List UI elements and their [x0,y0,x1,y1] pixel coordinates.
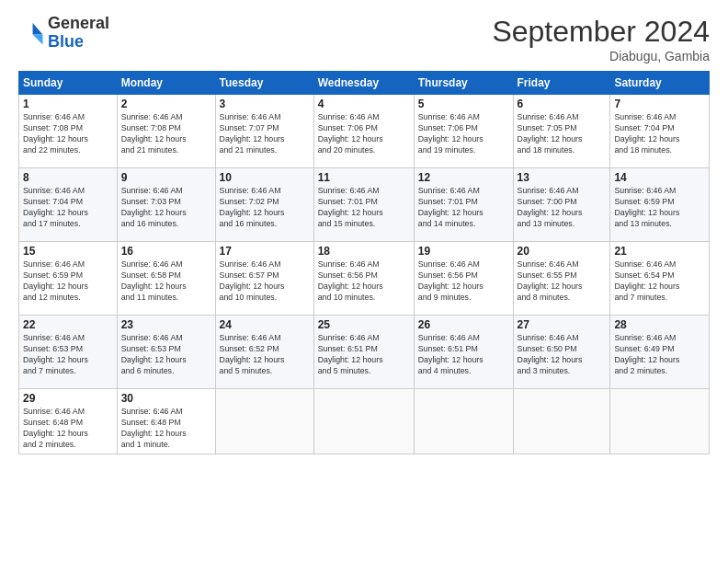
day-number: 14 [614,171,705,184]
col-tuesday: Tuesday [215,72,313,95]
day-number: 25 [318,318,410,331]
table-cell: 22Sunrise: 6:46 AMSunset: 6:53 PMDayligh… [19,316,118,389]
col-friday: Friday [513,72,610,95]
table-cell: 6Sunrise: 6:46 AMSunset: 7:05 PMDaylight… [513,95,610,168]
table-cell: 28Sunrise: 6:46 AMSunset: 6:49 PMDayligh… [610,316,710,389]
page: General Blue September 2024 Diabugu, Gam… [0,0,728,563]
day-number: 1 [23,98,113,110]
calendar-table: Sunday Monday Tuesday Wednesday Thursday… [18,71,710,454]
table-cell: 24Sunrise: 6:46 AMSunset: 6:52 PMDayligh… [215,316,313,389]
day-number: 23 [121,318,211,331]
day-info: Sunrise: 6:46 AMSunset: 6:55 PMDaylight:… [518,259,607,304]
table-cell: 15Sunrise: 6:46 AMSunset: 6:59 PMDayligh… [19,242,118,316]
calendar-header-row: Sunday Monday Tuesday Wednesday Thursday… [19,72,710,95]
day-number: 4 [318,98,410,110]
location: Diabugu, Gambia [492,49,710,63]
day-number: 27 [518,318,607,331]
day-info: Sunrise: 6:46 AMSunset: 6:52 PMDaylight:… [220,333,310,377]
day-number: 8 [23,171,113,184]
table-cell: 18Sunrise: 6:46 AMSunset: 6:56 PMDayligh… [313,242,414,316]
day-info: Sunrise: 6:46 AMSunset: 6:56 PMDaylight:… [318,259,410,304]
day-number: 20 [518,245,607,258]
day-number: 2 [121,98,211,110]
day-number: 6 [518,98,607,110]
table-cell: 30Sunrise: 6:46 AMSunset: 6:48 PMDayligh… [117,389,215,454]
day-number: 29 [23,392,113,405]
table-cell: 14Sunrise: 6:46 AMSunset: 6:59 PMDayligh… [610,168,710,242]
day-number: 5 [418,98,509,110]
day-info: Sunrise: 6:46 AMSunset: 7:03 PMDaylight:… [121,186,211,230]
day-info: Sunrise: 6:46 AMSunset: 7:06 PMDaylight:… [318,112,410,156]
day-number: 7 [614,98,705,110]
title-block: September 2024 Diabugu, Gambia [492,15,710,63]
day-info: Sunrise: 6:46 AMSunset: 7:02 PMDaylight:… [220,186,310,230]
table-cell: 9Sunrise: 6:46 AMSunset: 7:03 PMDaylight… [117,168,215,242]
table-cell [414,389,513,454]
table-cell: 23Sunrise: 6:46 AMSunset: 6:53 PMDayligh… [117,316,215,389]
table-cell: 3Sunrise: 6:46 AMSunset: 7:07 PMDaylight… [215,95,313,168]
day-info: Sunrise: 6:46 AMSunset: 7:05 PMDaylight:… [518,112,607,156]
header: General Blue September 2024 Diabugu, Gam… [18,15,710,63]
day-number: 9 [121,171,211,184]
day-number: 13 [518,171,607,184]
logo-blue: Blue [48,32,84,51]
day-info: Sunrise: 6:46 AMSunset: 6:51 PMDaylight:… [318,333,410,377]
day-number: 17 [220,245,310,258]
table-cell: 25Sunrise: 6:46 AMSunset: 6:51 PMDayligh… [313,316,414,389]
day-info: Sunrise: 6:46 AMSunset: 7:06 PMDaylight:… [418,112,509,156]
svg-rect-2 [20,23,32,44]
day-number: 3 [220,98,310,110]
table-cell [513,389,610,454]
table-cell: 7Sunrise: 6:46 AMSunset: 7:04 PMDaylight… [610,95,710,168]
day-info: Sunrise: 6:46 AMSunset: 6:48 PMDaylight:… [121,407,211,451]
day-number: 22 [23,318,113,331]
table-cell: 13Sunrise: 6:46 AMSunset: 7:00 PMDayligh… [513,168,610,242]
day-info: Sunrise: 6:46 AMSunset: 7:08 PMDaylight:… [23,112,113,156]
table-cell: 19Sunrise: 6:46 AMSunset: 6:56 PMDayligh… [414,242,513,316]
logo-icon [18,20,44,46]
col-thursday: Thursday [414,72,513,95]
day-number: 15 [23,245,113,258]
table-cell: 12Sunrise: 6:46 AMSunset: 7:01 PMDayligh… [414,168,513,242]
table-cell: 11Sunrise: 6:46 AMSunset: 7:01 PMDayligh… [313,168,414,242]
table-cell: 29Sunrise: 6:46 AMSunset: 6:48 PMDayligh… [19,389,118,454]
day-number: 28 [614,318,705,331]
logo-text: General Blue [48,15,109,52]
col-sunday: Sunday [19,72,118,95]
svg-marker-0 [33,23,43,34]
table-cell [610,389,710,454]
day-number: 19 [418,245,509,258]
day-number: 18 [318,245,410,258]
day-info: Sunrise: 6:46 AMSunset: 6:58 PMDaylight:… [121,259,211,304]
col-monday: Monday [117,72,215,95]
day-info: Sunrise: 6:46 AMSunset: 6:48 PMDaylight:… [23,407,113,451]
day-number: 24 [220,318,310,331]
table-cell: 21Sunrise: 6:46 AMSunset: 6:54 PMDayligh… [610,242,710,316]
day-info: Sunrise: 6:46 AMSunset: 7:08 PMDaylight:… [121,112,211,156]
day-info: Sunrise: 6:46 AMSunset: 6:59 PMDaylight:… [23,259,113,304]
table-cell [215,389,313,454]
day-info: Sunrise: 6:46 AMSunset: 7:01 PMDaylight:… [418,186,509,230]
table-cell: 4Sunrise: 6:46 AMSunset: 7:06 PMDaylight… [313,95,414,168]
day-info: Sunrise: 6:46 AMSunset: 6:57 PMDaylight:… [220,259,310,304]
day-info: Sunrise: 6:46 AMSunset: 6:50 PMDaylight:… [518,333,607,377]
day-info: Sunrise: 6:46 AMSunset: 6:53 PMDaylight:… [121,333,211,377]
day-info: Sunrise: 6:46 AMSunset: 6:54 PMDaylight:… [614,259,705,304]
svg-marker-1 [33,34,43,44]
col-wednesday: Wednesday [313,72,414,95]
table-cell: 26Sunrise: 6:46 AMSunset: 6:51 PMDayligh… [414,316,513,389]
table-cell [313,389,414,454]
table-cell: 16Sunrise: 6:46 AMSunset: 6:58 PMDayligh… [117,242,215,316]
table-cell: 1Sunrise: 6:46 AMSunset: 7:08 PMDaylight… [19,95,118,168]
day-info: Sunrise: 6:46 AMSunset: 7:04 PMDaylight:… [614,112,705,156]
day-number: 12 [418,171,509,184]
day-info: Sunrise: 6:46 AMSunset: 7:04 PMDaylight:… [23,186,113,230]
day-number: 30 [121,392,211,405]
col-saturday: Saturday [610,72,710,95]
table-cell: 5Sunrise: 6:46 AMSunset: 7:06 PMDaylight… [414,95,513,168]
day-number: 16 [121,245,211,258]
day-info: Sunrise: 6:46 AMSunset: 6:49 PMDaylight:… [614,333,705,377]
day-number: 26 [418,318,509,331]
table-cell: 17Sunrise: 6:46 AMSunset: 6:57 PMDayligh… [215,242,313,316]
table-cell: 10Sunrise: 6:46 AMSunset: 7:02 PMDayligh… [215,168,313,242]
